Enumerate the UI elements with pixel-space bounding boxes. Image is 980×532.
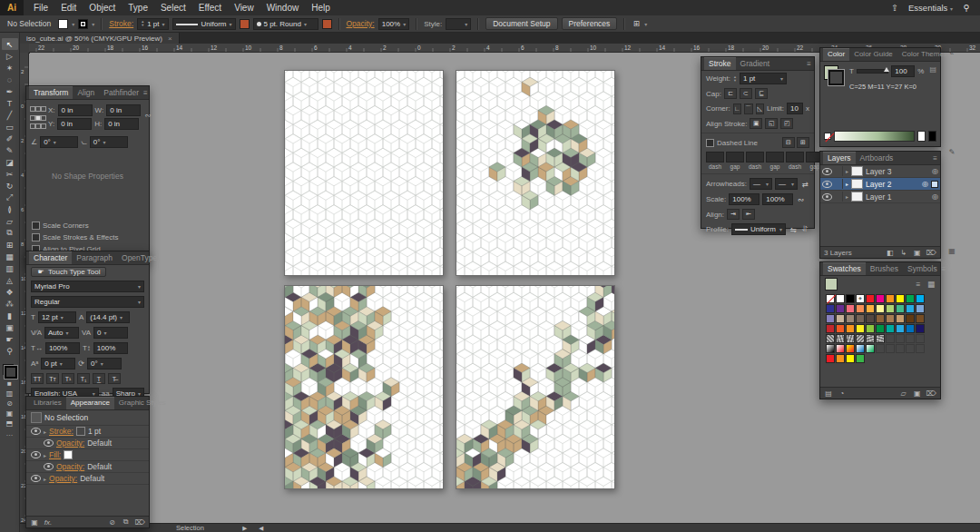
- mesh-tool[interactable]: ▦: [2, 251, 18, 262]
- rotation-field[interactable]: 0°▾: [87, 358, 122, 369]
- duplicate-item-icon[interactable]: ⧉: [122, 517, 131, 527]
- corner-miter-button[interactable]: ∟: [733, 103, 741, 114]
- edit-toolbar-button[interactable]: …: [2, 429, 18, 438]
- recolor-artwork-icon[interactable]: [322, 19, 332, 29]
- list-view-icon[interactable]: ≡: [914, 280, 923, 289]
- layer-row-layer-2[interactable]: ▸Layer 2◎: [820, 178, 940, 191]
- search-icon[interactable]: ⚲: [962, 3, 971, 13]
- align-outside-button[interactable]: ◰: [780, 118, 793, 129]
- document-setup-button[interactable]: Document Setup: [485, 17, 557, 30]
- shape-builder-tool[interactable]: ⧉: [2, 227, 18, 239]
- clear-appearance-icon[interactable]: ⊘: [108, 517, 117, 527]
- color-swatch[interactable]: [906, 294, 915, 303]
- cap-projecting-button[interactable]: ⊑: [755, 88, 768, 99]
- scissors-tool[interactable]: ✂: [2, 168, 18, 180]
- menu-edit[interactable]: Edit: [54, 0, 83, 15]
- layer-name[interactable]: Layer 1: [866, 192, 891, 202]
- stroke-weight-dropdown[interactable]: 1 pt▾: [740, 73, 787, 84]
- touch-type-tool-button[interactable]: ☛Touch Type Tool: [31, 267, 106, 277]
- lock-toggle[interactable]: [835, 192, 843, 202]
- screen-mode-button[interactable]: ⬒: [2, 419, 18, 429]
- appearance-row[interactable]: Opacity:Default: [26, 461, 149, 473]
- lock-toggle[interactable]: [835, 166, 843, 176]
- miter-limit-field[interactable]: 10: [787, 103, 803, 114]
- stroke-weight-field[interactable]: ▲▼1 pt▾: [137, 18, 168, 30]
- close-tab-icon[interactable]: ×: [168, 34, 172, 43]
- variable-width-icon[interactable]: [240, 19, 250, 29]
- x-field[interactable]: 0 in: [58, 104, 93, 116]
- font-family-dropdown[interactable]: Myriad Pro▾: [31, 281, 144, 292]
- expander-icon[interactable]: ▸: [44, 452, 46, 458]
- type-style-button-2[interactable]: T¹: [62, 373, 74, 384]
- v-scale-field[interactable]: 100%: [93, 342, 128, 354]
- tint-slider[interactable]: [857, 69, 888, 74]
- visibility-eye-icon[interactable]: [44, 463, 54, 470]
- tab-symbols[interactable]: Symbols: [903, 262, 942, 275]
- brush-definition-dropdown[interactable]: 5 pt. Round▾: [253, 18, 318, 30]
- pattern-swatch[interactable]: [836, 334, 845, 343]
- empty-swatch-slot[interactable]: [896, 344, 905, 353]
- dash-field-2[interactable]: [746, 152, 764, 163]
- menu-file[interactable]: File: [27, 0, 54, 15]
- dash-field-3[interactable]: [766, 152, 784, 163]
- scale-tool[interactable]: ⤢: [2, 192, 18, 203]
- artboard-1[interactable]: [284, 70, 444, 276]
- color-swatch[interactable]: [896, 304, 905, 313]
- visibility-eye-icon[interactable]: [822, 181, 832, 188]
- appearance-row-label[interactable]: Opacity:: [49, 474, 77, 483]
- constrain-proportions-icon[interactable]: ∾: [144, 111, 151, 131]
- corner-round-button[interactable]: ⌒: [744, 103, 752, 114]
- symbol-sprayer-tool[interactable]: ⁂: [2, 298, 18, 310]
- appearance-row[interactable]: ▸Stroke:1 pt: [26, 426, 149, 438]
- layer-row-layer-3[interactable]: ▸Layer 3◎: [820, 165, 940, 178]
- layer-name[interactable]: Layer 3: [866, 167, 891, 176]
- color-swatch[interactable]: [856, 324, 865, 333]
- kerning-field[interactable]: Auto▾: [44, 327, 79, 339]
- pen-tool[interactable]: ✒: [2, 85, 18, 97]
- link-scales-icon[interactable]: ∾: [796, 195, 805, 204]
- expander-icon[interactable]: ▸: [846, 168, 848, 174]
- menu-select[interactable]: Select: [154, 0, 192, 15]
- trash-icon[interactable]: ⌦: [926, 249, 936, 257]
- w-field[interactable]: 0 in: [106, 104, 141, 116]
- blend-tool[interactable]: ❖: [2, 286, 18, 298]
- stroke-color-box[interactable]: [5, 366, 17, 379]
- black-swatch[interactable]: [928, 131, 936, 142]
- color-swatch[interactable]: [826, 304, 835, 313]
- color-swatch[interactable]: [846, 354, 855, 363]
- new-layer-icon[interactable]: ▣: [913, 249, 922, 257]
- color-swatch[interactable]: [916, 294, 925, 303]
- width-profile-dropdown[interactable]: Uniform▾: [172, 18, 236, 30]
- tab-gradient[interactable]: Gradient: [736, 57, 775, 70]
- h-field[interactable]: 0 in: [104, 118, 139, 130]
- empty-swatch-slot[interactable]: [886, 334, 895, 343]
- none-swatch[interactable]: [826, 294, 835, 303]
- lock-toggle[interactable]: [835, 179, 843, 189]
- stroke-link[interactable]: Stroke:: [109, 19, 133, 28]
- layer-row-layer-1[interactable]: ▸Layer 1◎: [820, 191, 940, 203]
- appearance-row[interactable]: ▸Fill:: [26, 449, 149, 461]
- color-swatch[interactable]: [906, 314, 915, 323]
- tab-layers[interactable]: Layers: [823, 152, 856, 164]
- lasso-tool[interactable]: ◌: [2, 74, 18, 85]
- color-swatch[interactable]: [846, 314, 855, 323]
- color-swatch[interactable]: [906, 324, 915, 333]
- color-swatch[interactable]: [836, 304, 845, 313]
- expander-icon[interactable]: ▸: [44, 429, 46, 435]
- pencil-tool[interactable]: ✎: [2, 144, 18, 156]
- color-swatch[interactable]: [826, 354, 835, 363]
- font-style-dropdown[interactable]: Regular▾: [31, 296, 144, 308]
- add-effect-icon[interactable]: fx.: [44, 518, 53, 527]
- stroke-swatch[interactable]: [76, 427, 85, 436]
- gradient-swatch[interactable]: [866, 344, 875, 353]
- color-swatch[interactable]: [866, 314, 875, 323]
- align-center-button[interactable]: ▣: [750, 118, 762, 129]
- new-sublayer-icon[interactable]: ↳: [899, 249, 908, 257]
- visibility-eye-icon[interactable]: [31, 451, 41, 458]
- dash-field-0[interactable]: [706, 152, 724, 163]
- color-swatch[interactable]: [896, 294, 905, 303]
- color-swatch[interactable]: [856, 354, 865, 363]
- share-icon[interactable]: ⇪: [890, 3, 899, 13]
- none-mode-button[interactable]: ⊘: [2, 399, 18, 409]
- arrange-documents-icon[interactable]: ⊞: [632, 19, 641, 28]
